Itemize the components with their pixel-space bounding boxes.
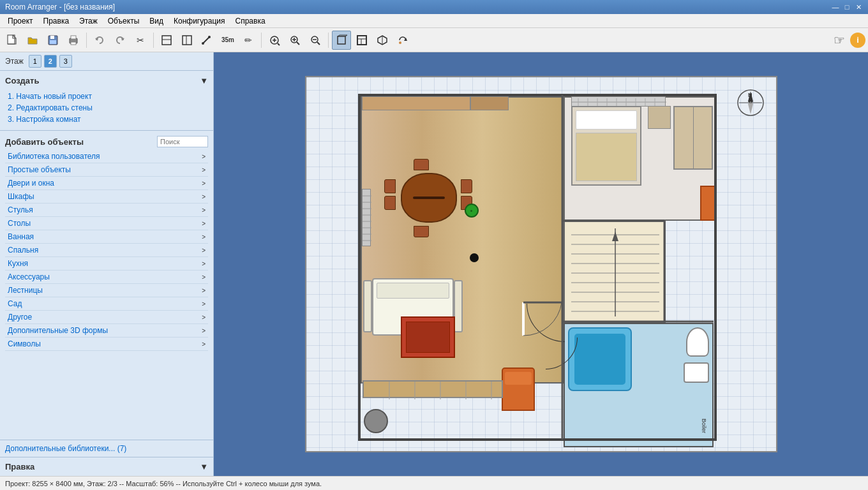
- coffee-table: [401, 316, 455, 358]
- menu-floor[interactable]: Этаж: [74, 15, 103, 27]
- create-section: Создать ▼ 1. Начать новый проект 2. Реда…: [0, 71, 213, 131]
- pencil-button[interactable]: ✏: [239, 31, 258, 50]
- category-3d-forms[interactable]: Дополнительные 3D формы >: [5, 324, 208, 338]
- menu-bar: Проект Правка Этаж Объекты Вид Конфигура…: [0, 14, 868, 28]
- draw-room-button[interactable]: [157, 31, 176, 50]
- category-user-library[interactable]: Библиотека пользователя >: [5, 150, 208, 163]
- sofa-arm-right: [454, 280, 463, 332]
- category-arrow: >: [202, 301, 206, 308]
- scissors-button[interactable]: ✂: [131, 31, 150, 50]
- zoom-in-button[interactable]: [285, 31, 304, 50]
- measure-button[interactable]: 35m: [218, 31, 237, 50]
- view-3d-full-button[interactable]: [373, 31, 392, 50]
- pravka-label: Правка: [5, 462, 34, 471]
- canvas-area[interactable]: N: [214, 52, 868, 476]
- bathtub: [568, 327, 632, 391]
- view-3d-button[interactable]: [332, 31, 351, 50]
- category-bathroom[interactable]: Ванная >: [5, 230, 208, 244]
- create-collapse-icon[interactable]: ▼: [200, 76, 208, 85]
- armchair: [502, 368, 535, 411]
- additional-libraries-link[interactable]: Дополнительные библиотеки... (7): [0, 440, 213, 457]
- category-accessories[interactable]: Аксессуары >: [5, 271, 208, 284]
- category-wardrobes[interactable]: Шкафы >: [5, 190, 208, 204]
- new-button[interactable]: [3, 31, 22, 50]
- category-symbols[interactable]: Символы >: [5, 338, 208, 351]
- open-button[interactable]: [23, 31, 42, 50]
- window-controls[interactable]: — □ ✕: [831, 3, 863, 11]
- floor-tabs: Этаж 1 2 3: [0, 52, 213, 71]
- search-input[interactable]: [157, 136, 208, 147]
- add-objects-section: Добавить объекты Библиотека пользователя…: [0, 131, 213, 440]
- compass: N: [737, 89, 765, 117]
- zoom-out-button[interactable]: [306, 31, 325, 50]
- zoom-fit-button[interactable]: [265, 31, 284, 50]
- floor-plan[interactable]: N: [305, 76, 777, 452]
- category-arrow: >: [202, 260, 206, 267]
- floor-tab-1[interactable]: 1: [29, 55, 41, 68]
- add-objects-header: Добавить объекты: [5, 133, 208, 150]
- category-kitchen[interactable]: Кухня >: [5, 257, 208, 271]
- toilet: [686, 327, 709, 357]
- svg-rect-11: [183, 36, 191, 45]
- svg-text:N: N: [748, 92, 752, 98]
- category-chairs[interactable]: Стулья >: [5, 204, 208, 217]
- maximize-button[interactable]: □: [842, 3, 851, 11]
- floor-tab-3[interactable]: 3: [59, 55, 72, 68]
- category-arrow: >: [202, 167, 206, 174]
- kitchen-counter: [363, 380, 503, 398]
- app-title: Room Arranger - [без названия]: [5, 3, 115, 11]
- bottom-circle: [364, 409, 388, 433]
- draw-wall-button[interactable]: [177, 31, 197, 50]
- menu-project[interactable]: Проект: [3, 15, 38, 27]
- category-arrow: >: [202, 153, 206, 160]
- print-button[interactable]: [64, 31, 83, 50]
- boiler-label: Boiler: [701, 419, 707, 433]
- svg-line-20: [297, 42, 299, 45]
- save-button[interactable]: [43, 31, 63, 50]
- menu-help[interactable]: Справка: [230, 15, 271, 27]
- svg-line-24: [317, 42, 320, 45]
- svg-rect-30: [357, 36, 366, 45]
- bathtub-water: [574, 334, 625, 385]
- category-arrow: >: [202, 287, 206, 294]
- close-button[interactable]: ✕: [854, 3, 863, 11]
- category-tables[interactable]: Столы >: [5, 217, 208, 230]
- menu-view[interactable]: Вид: [144, 15, 168, 27]
- category-simple-objects[interactable]: Простые объекты >: [5, 163, 208, 177]
- create-header: Создать ▼: [5, 73, 208, 88]
- category-garden[interactable]: Сад >: [5, 297, 208, 311]
- speaker: [470, 253, 479, 262]
- svg-point-13: [202, 42, 204, 45]
- category-bedroom[interactable]: Спальня >: [5, 244, 208, 257]
- category-arrow: >: [202, 341, 206, 348]
- create-step-2[interactable]: 2. Редактировать стены: [5, 102, 208, 114]
- status-text: Проект: 8255 × 8400 мм, Этаж: 2/3 -- Мас…: [5, 480, 322, 487]
- menu-config[interactable]: Конфигурация: [168, 15, 230, 27]
- bed-blanket: [576, 133, 637, 181]
- rotate-button[interactable]: [393, 31, 412, 50]
- create-step-1[interactable]: 1. Начать новый проект: [5, 91, 208, 102]
- bed-pillows: [576, 110, 637, 130]
- floor-tab-2[interactable]: 2: [44, 55, 57, 68]
- category-stairs[interactable]: Лестницы >: [5, 284, 208, 297]
- toolbar: ✂ 35m ✏ ☞ i: [0, 28, 868, 52]
- chair-right: [461, 179, 472, 193]
- menu-objects[interactable]: Объекты: [103, 15, 145, 27]
- category-other[interactable]: Другое >: [5, 311, 208, 324]
- tv-console2: [470, 96, 509, 110]
- menu-edit[interactable]: Правка: [38, 15, 75, 27]
- pravka-collapse-icon[interactable]: ▼: [200, 462, 208, 471]
- minimize-button[interactable]: —: [831, 3, 840, 11]
- undo-button[interactable]: [90, 31, 109, 50]
- svg-marker-8: [121, 38, 124, 41]
- create-step-3[interactable]: 3. Настройка комнат: [5, 114, 208, 125]
- draw-line-button[interactable]: [198, 31, 217, 50]
- chair-top: [414, 159, 429, 170]
- category-doors-windows[interactable]: Двери и окна >: [5, 177, 208, 190]
- view-plan-button[interactable]: [352, 31, 371, 50]
- sep2: [153, 33, 154, 48]
- hand-tool-button[interactable]: ☞: [830, 31, 849, 50]
- floor-label: Этаж: [5, 57, 24, 66]
- redo-button[interactable]: [110, 31, 130, 50]
- info-button[interactable]: i: [850, 33, 865, 48]
